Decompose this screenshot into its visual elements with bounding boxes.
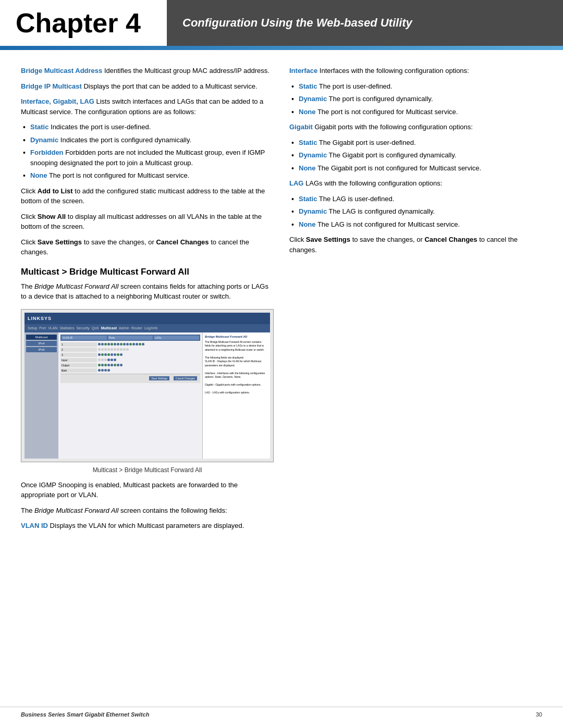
vlan-id-para: VLAN ID Displays the VLAN for which Mult… [21, 521, 274, 531]
ls-nav-security: Security [76, 326, 89, 330]
left-column: Bridge Multicast Address Identifies the … [21, 66, 274, 536]
ls-cell-vlan: 2 [60, 348, 97, 352]
list-item: Dynamic Indicates the port is configured… [21, 135, 274, 145]
ls-nav-port: Port [39, 326, 46, 330]
dynamic-term-r1: Dynamic [299, 95, 327, 103]
ls-save-btn[interactable]: Save Settings [149, 376, 169, 380]
ls-dot [117, 348, 119, 351]
ls-right-description: The Bridge Multicast Forward All screen … [205, 340, 268, 395]
ls-nav-router: Router [131, 326, 142, 330]
lag-para: LAG LAGs with the following configuratio… [289, 178, 542, 189]
ls-nav-statistics: Statistics [59, 326, 74, 330]
gigabit-text: Gigabit ports with the following configu… [313, 123, 473, 131]
none-term-1: None [30, 171, 47, 179]
ls-dots-ports [98, 353, 201, 356]
ls-cancel-btn[interactable]: Cancel Changes [174, 376, 197, 380]
footer-text: Business Series Smart Gigabit Ethernet S… [21, 711, 149, 718]
chapter-title-block: Configuration Using the Web-based Utilit… [167, 0, 563, 46]
after-screenshot2-post: screen contains the following fields: [118, 507, 227, 514]
bridge-forward-all-para: The Bridge Multicast Forward All screen … [21, 505, 274, 516]
ls-dot [142, 343, 144, 346]
cancel-term-2: Cancel Changes [424, 236, 477, 243]
list-item: Dynamic The port is configured dynamical… [289, 94, 542, 104]
ls-dot [104, 364, 107, 366]
dynamic-text-1: Indicates the port is configured dynamic… [58, 136, 191, 144]
ls-dot [139, 343, 141, 346]
list-item: None The Gigabit port is not configured … [289, 163, 542, 174]
ls-dot [104, 348, 107, 351]
static-term-r1: Static [299, 82, 317, 90]
ls-row: 3 [60, 353, 200, 357]
ls-dot [101, 348, 104, 351]
click-show-label: Click [21, 213, 38, 220]
vlan-id-term: VLAN ID [21, 522, 48, 529]
ls-dot [120, 353, 123, 356]
ls-dot [98, 364, 101, 366]
forbidden-text: Forbidden ports are not included the Mul… [30, 149, 265, 167]
ls-row: Output [60, 363, 200, 367]
after-screenshot2-italic: Bridge Multicast Forward All [34, 507, 118, 514]
ls-footer: Save Settings Cancel Changes [60, 374, 200, 383]
interface-term: Interface [289, 67, 317, 75]
ls-sidebar-multicast: Multicast [26, 335, 57, 340]
accent-bar [0, 46, 563, 50]
ls-dot [120, 364, 123, 366]
save-settings-text-2: to save the changes, or [350, 236, 424, 243]
bridge-ip-multicast-text: Displays the port that can be added to a… [82, 82, 258, 90]
save-settings-para-2: Click Save Settings to save the changes,… [289, 235, 542, 255]
static-text-r1: The port is user-defined. [317, 82, 392, 90]
cancel-term-1: Cancel Changes [156, 238, 209, 246]
ls-dot [98, 359, 101, 361]
bridge-ip-multicast-term: Bridge IP Multicast [21, 82, 82, 90]
ls-dot [123, 348, 126, 351]
igmp-snooping-para: Once IGMP Snooping is enabled, Multicast… [21, 480, 274, 500]
ls-dot [111, 353, 113, 356]
chapter-title: Configuration Using the Web-based Utilit… [182, 16, 412, 30]
ls-dot [120, 348, 123, 351]
ls-main: VLAN ID Ports LAGs 1 [58, 332, 202, 459]
ls-dot [101, 369, 104, 372]
ls-cell-label: Both [60, 368, 97, 373]
none-text-l1: The LAG is not configured for Multicast … [316, 220, 460, 228]
list-item: None The port is not configured for Mult… [289, 107, 542, 117]
ls-dot [107, 364, 110, 366]
ls-dot [107, 353, 110, 356]
interface-gigabit-lag-para: Interface, Gigabit, LAG Lists switch int… [21, 96, 274, 117]
static-term-1: Static [30, 123, 48, 131]
main-content: Bridge Multicast Address Identifies the … [0, 50, 563, 567]
forbidden-term: Forbidden [30, 149, 64, 156]
ls-dot [117, 343, 119, 346]
ls-dot [101, 343, 104, 346]
ls-dots-ports [98, 343, 201, 346]
interface-gigabit-lag-term: Interface, Gigabit, LAG [21, 97, 94, 105]
save-settings-term-1: Save Settings [38, 238, 82, 246]
ls-logo: LINKSYS [28, 316, 52, 321]
chapter-label: Chapter 4 [16, 9, 141, 36]
lag-options-list: Static The LAG is user-defined. Dynamic … [289, 194, 542, 230]
interface-para-text: Interfaces with the following configurat… [317, 67, 469, 75]
ls-dot [111, 343, 113, 346]
ls-dots-input [98, 359, 201, 361]
ls-dot [104, 353, 107, 356]
dynamic-term-1: Dynamic [30, 136, 58, 144]
bridge-multicast-address-term: Bridge Multicast Address [21, 67, 102, 75]
save-settings-term-2: Save Settings [306, 236, 350, 243]
add-to-list-term: Add to List [38, 187, 73, 195]
screenshot-box: LINKSYS Setup Port VLAN Statistics Secur… [21, 309, 274, 462]
click-save2-label: Click [289, 236, 306, 243]
ls-header: LINKSYS [25, 313, 270, 324]
ls-cell-vlan: 3 [60, 353, 97, 357]
dynamic-text-g1: The Gigabit port is configured dynamical… [327, 151, 456, 159]
ls-dot [101, 364, 104, 366]
lag-term: LAG [289, 179, 303, 187]
bridge-multicast-address-text: Identifies the Multicast group MAC addre… [102, 67, 270, 75]
list-item: None The LAG is not configured for Multi… [289, 219, 542, 230]
ls-dot [111, 348, 113, 351]
ls-cell-vlan: 1 [60, 342, 97, 347]
list-item: Static Indicates the port is user-define… [21, 122, 274, 132]
ls-dot [104, 343, 107, 346]
ls-body: Multicast IPv4 IPv6 VLAN ID Ports LAGs [25, 332, 270, 459]
section-intro-para: The Bridge Multicast Forward All screen … [21, 281, 274, 302]
ls-th-ports: Ports [108, 336, 153, 340]
save-settings-text-1: to save the changes, or [82, 238, 156, 246]
